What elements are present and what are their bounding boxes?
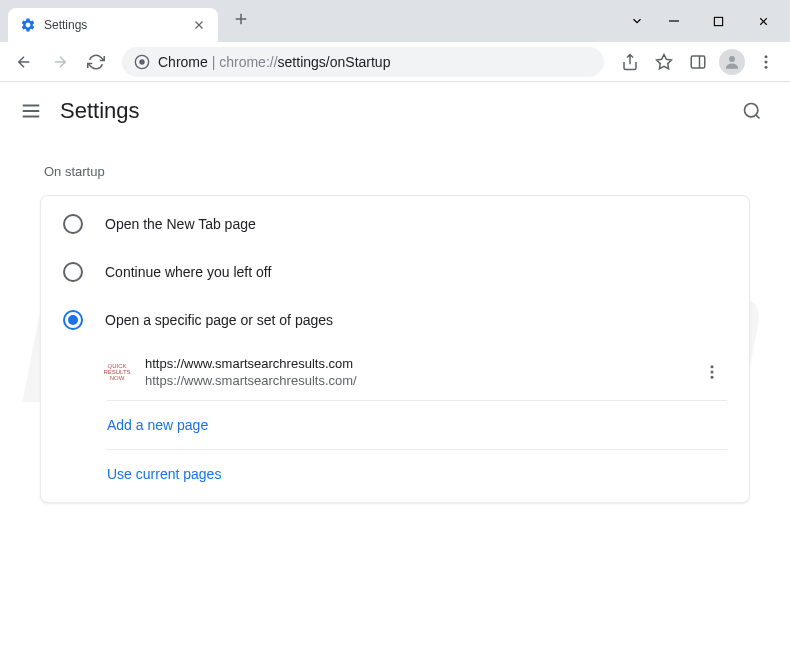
page-content: Settings On startup Open the New Tab pag… [0,82,790,503]
address-bar[interactable]: Chrome | chrome://settings/onStartup [122,47,604,77]
menu-button[interactable] [750,46,782,78]
reload-button[interactable] [80,46,112,78]
close-window-button[interactable] [741,6,786,36]
add-page-link[interactable]: Add a new page [107,401,727,450]
close-icon[interactable] [192,18,206,32]
radio-icon [63,310,83,330]
option-label: Continue where you left off [105,264,271,280]
startup-pages: QUICK RESULTS NOW https://www.smartsearc… [107,344,727,498]
share-button[interactable] [614,46,646,78]
svg-point-6 [765,60,768,63]
page-header: Settings [0,82,790,140]
svg-point-11 [711,376,714,379]
profile-button[interactable] [716,46,748,78]
option-new-tab[interactable]: Open the New Tab page [41,200,749,248]
radio-icon [63,262,83,282]
browser-tab[interactable]: Settings [8,8,218,42]
svg-rect-0 [714,17,722,25]
svg-point-5 [765,55,768,58]
new-tab-button[interactable] [226,4,256,34]
radio-icon [63,214,83,234]
option-label: Open a specific page or set of pages [105,312,333,328]
option-label: Open the New Tab page [105,216,256,232]
section-label: On startup [0,140,790,195]
svg-point-2 [139,59,144,64]
back-button[interactable] [8,46,40,78]
svg-point-4 [729,56,735,62]
menu-icon[interactable] [20,100,42,122]
url-text: Chrome | chrome://settings/onStartup [158,54,390,70]
more-actions-button[interactable] [697,357,727,387]
search-button[interactable] [734,93,770,129]
option-continue[interactable]: Continue where you left off [41,248,749,296]
minimize-button[interactable] [651,6,696,36]
titlebar: Settings [0,0,790,42]
startup-page-row: QUICK RESULTS NOW https://www.smartsearc… [107,344,727,401]
page-url-text: https://www.smartsearchresults.com/ [145,373,679,388]
svg-point-7 [765,65,768,68]
avatar-icon [719,49,745,75]
side-panel-button[interactable] [682,46,714,78]
settings-card: Open the New Tab page Continue where you… [40,195,750,503]
use-current-link[interactable]: Use current pages [107,450,727,498]
toolbar: Chrome | chrome://settings/onStartup [0,42,790,82]
bookmark-button[interactable] [648,46,680,78]
tab-dropdown-button[interactable] [623,6,651,36]
site-info-icon [134,54,150,70]
svg-point-9 [711,365,714,368]
page-info: https://www.smartsearchresults.com https… [145,356,679,388]
favicon-icon: QUICK RESULTS NOW [107,362,127,382]
svg-point-10 [711,371,714,374]
svg-point-8 [745,104,758,117]
page-title-text: https://www.smartsearchresults.com [145,356,679,371]
gear-icon [20,17,36,33]
window-controls [623,0,790,42]
svg-rect-3 [691,56,705,68]
page-title: Settings [60,98,140,124]
option-specific-page[interactable]: Open a specific page or set of pages [41,296,749,344]
forward-button[interactable] [44,46,76,78]
maximize-button[interactable] [696,6,741,36]
tab-title: Settings [44,18,87,32]
